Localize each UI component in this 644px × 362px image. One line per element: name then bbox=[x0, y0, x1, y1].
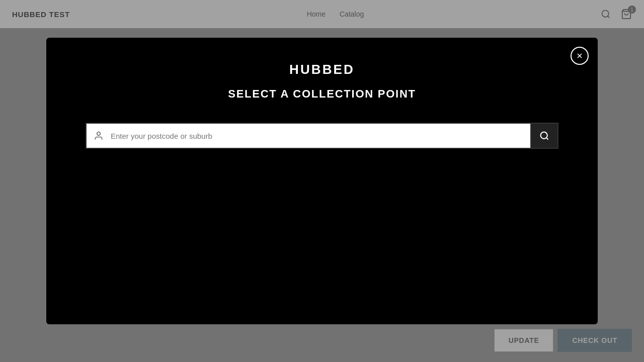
location-icon-wrap bbox=[87, 124, 111, 148]
modal-close-button[interactable] bbox=[571, 47, 589, 65]
modal-logo-text: HU bbox=[289, 62, 311, 77]
modal-logo-bar: B bbox=[311, 62, 323, 77]
svg-line-7 bbox=[546, 138, 548, 140]
search-submit-button[interactable] bbox=[530, 124, 557, 148]
search-submit-icon bbox=[539, 131, 549, 141]
postcode-search-input[interactable] bbox=[111, 124, 530, 148]
svg-point-6 bbox=[541, 132, 547, 139]
modal-logo-text2: BED bbox=[323, 62, 355, 77]
collection-point-modal: HUBBED SELECT A COLLECTION POINT bbox=[46, 38, 598, 324]
svg-point-5 bbox=[97, 132, 101, 136]
close-icon bbox=[576, 52, 584, 60]
modal-overlay: HUBBED SELECT A COLLECTION POINT bbox=[0, 0, 644, 362]
search-bar bbox=[86, 123, 558, 149]
modal-title: SELECT A COLLECTION POINT bbox=[228, 87, 416, 101]
modal-logo: HUBBED bbox=[289, 62, 355, 77]
location-icon bbox=[94, 131, 104, 141]
